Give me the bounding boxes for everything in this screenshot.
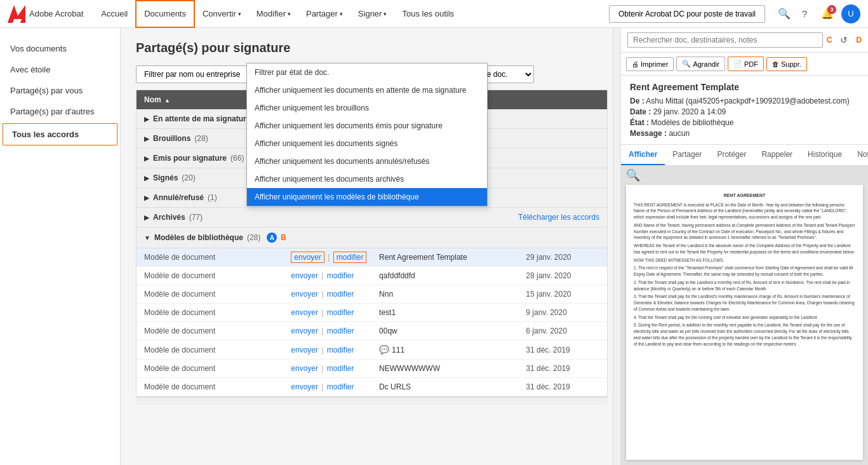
label-a-badge: A — [267, 232, 277, 243]
expand-icon: ▶ — [144, 214, 149, 221]
envoyer-link[interactable]: envoyer — [291, 271, 318, 280]
tab-rappeler[interactable]: Rappeler — [754, 145, 800, 165]
telecharger-accords-link[interactable]: Télécharger les accords — [518, 213, 599, 222]
sidebar-item-tous-accords[interactable]: Tous les accords — [3, 123, 117, 145]
envoyer-link[interactable]: envoyer — [291, 346, 318, 354]
search-icon-btn[interactable]: 🔍 — [775, 5, 793, 23]
panel-toolbar: C ↺ D — [621, 28, 868, 53]
modifier-link[interactable]: modifier — [327, 271, 354, 280]
refresh-button[interactable]: ↺ — [836, 32, 852, 48]
sidebar-item-vos-docs[interactable]: Vos documents — [0, 38, 120, 59]
dropdown-item-etat[interactable]: Filtrer par état de doc. — [247, 64, 487, 81]
chevron-down-icon: ▾ — [288, 11, 291, 17]
expand-icon: ▶ — [144, 175, 149, 182]
dropdown-item-emis[interactable]: Afficher uniquement les documents émis p… — [247, 117, 487, 135]
nav-tous-outils[interactable]: Tous les outils — [394, 0, 462, 28]
state-value: Modèles de bibliothèque — [651, 118, 733, 127]
envoyer-link[interactable]: envoyer — [291, 290, 318, 299]
cta-button[interactable]: Obtenir Acrobat DC pour poste de travail — [609, 5, 765, 23]
preview-zoom-bar: 🔍 — [621, 166, 868, 185]
nav-convertir[interactable]: Convertir ▾ — [195, 0, 249, 28]
modifier-link[interactable]: modifier — [333, 252, 367, 263]
dropdown-item-annules[interactable]: Afficher uniquement les documents annulé… — [247, 152, 487, 170]
dropdown-item-brouillons[interactable]: Afficher uniquement les brouillons — [247, 99, 487, 117]
sidebar: Vos documents Avec étoile Partagé(s) par… — [0, 28, 121, 465]
modifier-link[interactable]: modifier — [327, 382, 354, 391]
envoyer-link[interactable]: envoyer — [291, 364, 318, 373]
sidebar-item-partage-vous[interactable]: Partagé(s) par vous — [0, 80, 120, 101]
message-label: Message : — [630, 129, 667, 138]
tab-notes[interactable]: Notes — [850, 145, 868, 165]
from-label: De : — [630, 97, 644, 105]
panel-search-input[interactable] — [627, 32, 823, 48]
tab-afficher[interactable]: Afficher — [621, 145, 665, 165]
pdf-icon: 📄 — [733, 60, 742, 68]
table-row: Modèle de document envoyer | modifier Re… — [137, 248, 607, 267]
panel-action-bar: 🖨 Imprimer 🔍 Agrandir 📄 PDF 🗑 Suppr. — [621, 53, 868, 76]
modifier-link[interactable]: modifier — [327, 308, 354, 317]
app-name: Adobe Acrobat — [29, 9, 83, 18]
table-row: Modèle de document envoyer | modifier Dc… — [137, 378, 607, 396]
delete-button[interactable]: 🗑 Suppr. — [766, 57, 807, 71]
nav-modifier[interactable]: Modifier ▾ — [249, 0, 298, 28]
adobe-logo-icon — [8, 5, 25, 23]
user-avatar[interactable]: U — [841, 4, 860, 24]
dropdown-item-attente[interactable]: Afficher uniquement les documents en att… — [247, 81, 487, 99]
sidebar-item-partage-autres[interactable]: Partagé(s) par d'autres — [0, 101, 120, 122]
expand-icon: ▶ — [144, 116, 149, 123]
help-icon-btn[interactable]: ? — [796, 5, 813, 23]
zoom-button[interactable]: 🔍 Agrandir — [676, 57, 725, 71]
modifier-link[interactable]: modifier — [327, 290, 354, 299]
doc-title: Rent Agreement Template — [630, 82, 859, 92]
table-row: Modèle de document envoyer | modifier 💬 … — [137, 340, 607, 360]
logo: Adobe Acrobat — [8, 5, 83, 23]
nav-documents[interactable]: Documents — [135, 0, 195, 28]
modifier-link[interactable]: modifier — [327, 364, 354, 373]
tab-proteger[interactable]: Protéger — [709, 145, 754, 165]
group-archives[interactable]: ▶ Archivés (77) Télécharger les accords — [137, 208, 607, 227]
chat-icon: 💬 — [379, 345, 389, 354]
envoyer-link[interactable]: envoyer — [291, 382, 318, 391]
sidebar-item-avec-etoile[interactable]: Avec étoile — [0, 59, 120, 80]
top-nav: Adobe Acrobat Accueil Documents Converti… — [0, 0, 868, 28]
page-title: Partagé(s) pour signature — [136, 41, 608, 55]
main-scrollbar[interactable] — [613, 28, 620, 465]
table-row: Modèle de document envoyer | modifier Nn… — [137, 285, 607, 304]
date-value: 29 janv. 2020 à 14:09 — [653, 107, 726, 116]
nav-partager[interactable]: Partager ▾ — [298, 0, 351, 28]
dropdown-item-bibliotheque[interactable]: Afficher uniquement les modèles de bibli… — [247, 188, 487, 206]
nav-signer[interactable]: Signer ▾ — [351, 0, 395, 28]
dropdown-item-signes[interactable]: Afficher uniquement les documents signés — [247, 135, 487, 152]
state-label: État : — [630, 118, 649, 127]
panel-tabs: Afficher Partager Protéger Rappeler Hist… — [621, 145, 868, 166]
envoyer-link[interactable]: envoyer — [291, 252, 324, 263]
nav-accueil[interactable]: Accueil — [93, 0, 135, 28]
tab-historique[interactable]: Historique — [800, 145, 850, 165]
status-filter-dropdown: Filtrer par état de doc. Afficher unique… — [246, 63, 488, 206]
envoyer-link[interactable]: envoyer — [291, 308, 318, 317]
notifications-icon-btn[interactable]: 🔔 3 — [818, 5, 836, 23]
table-row: Modèle de document envoyer | modifier 00… — [137, 322, 607, 340]
label-b-badge: B — [281, 233, 286, 242]
table-row: Modèle de document envoyer | modifier qa… — [137, 267, 607, 285]
table-row: Modèle de document envoyer | modifier te… — [137, 304, 607, 322]
chevron-down-icon: ▾ — [238, 11, 241, 17]
pdf-button[interactable]: 📄 PDF — [728, 57, 764, 71]
trash-icon: 🗑 — [772, 60, 779, 68]
panel-preview-area: 🔍 RENT AGREEMENT THIS RENT AGREEMENT is … — [621, 166, 868, 465]
notification-badge: 3 — [827, 5, 836, 14]
label-c: C — [827, 36, 832, 44]
zoom-in-icon[interactable]: 🔍 — [626, 168, 640, 182]
expand-icon: ▶ — [144, 155, 149, 162]
modifier-link[interactable]: modifier — [327, 346, 354, 354]
dropdown-item-archives[interactable]: Afficher uniquement les documents archiv… — [247, 170, 487, 188]
main-content: Partagé(s) pour signature Filtrer par no… — [121, 28, 620, 465]
modifier-link[interactable]: modifier — [327, 327, 354, 335]
from-value: Ashu Mittal (qai45205+packpdf+19092019@a… — [646, 97, 849, 105]
print-button[interactable]: 🖨 Imprimer — [626, 57, 674, 71]
message-value: aucun — [669, 129, 690, 138]
expand-icon: ▶ — [144, 135, 149, 142]
group-bibliotheque[interactable]: ▼ Modèles de bibliothèque (28) A B — [137, 227, 607, 248]
envoyer-link[interactable]: envoyer — [291, 327, 318, 335]
tab-partager[interactable]: Partager — [665, 145, 709, 165]
